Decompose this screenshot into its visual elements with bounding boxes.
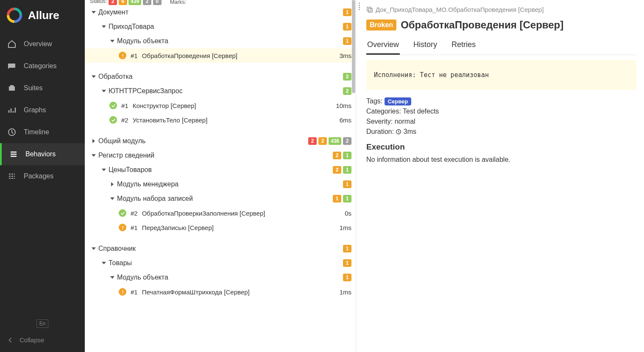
duration-value: 3ms	[404, 128, 416, 135]
chevron-down-icon	[91, 246, 97, 252]
test-row[interactable]: #1ПередЗаписью [Сервер]1ms	[85, 220, 356, 235]
tree-group[interactable]: Модуль набора записей11	[85, 191, 356, 206]
filter-bar: Status: 2 6 439 2 0 Marks:	[85, 0, 356, 5]
copy-icon[interactable]	[366, 6, 373, 13]
broken-icon	[119, 288, 126, 296]
test-row[interactable]: #1ОбработкаПроведения [Сервер]3ms	[85, 48, 356, 63]
tab-overview[interactable]: Overview	[366, 37, 400, 55]
nav-label: Packages	[24, 172, 53, 180]
tree-group[interactable]: Общий модуль224362	[85, 134, 356, 148]
chevron-down-icon	[109, 38, 115, 44]
test-label: ОбработкаПроведения [Сервер]	[142, 52, 336, 59]
broken-icon	[119, 52, 126, 59]
brand: Allure	[0, 0, 85, 33]
test-number: #2	[121, 116, 128, 124]
suites-icon	[8, 84, 16, 92]
tree-group[interactable]: Товары1	[85, 256, 356, 270]
test-tree: Документ1ПриходТовара1Модуль объекта1#1О…	[85, 5, 356, 352]
status-pill-passed[interactable]: 439	[128, 0, 141, 5]
count-pill: 2	[343, 73, 351, 80]
test-row[interactable]: #2УстановитьТело [Сервер]6ms	[85, 113, 356, 127]
packages-icon	[8, 172, 16, 180]
status-pill-unknown[interactable]: 0	[153, 0, 162, 5]
nav-item-behaviors[interactable]: Behaviors	[0, 143, 85, 165]
severity-line: Severity: normal	[366, 118, 636, 125]
count-pill: 2	[343, 87, 351, 95]
test-title: ОбработкаПроведения [Сервер]	[401, 19, 563, 31]
pass-icon	[119, 209, 126, 217]
test-row[interactable]: #1Конструктор [Сервер]10ms	[85, 98, 356, 113]
group-label: Документ	[98, 8, 340, 16]
nav-item-overview[interactable]: Overview	[0, 33, 85, 55]
tree-group[interactable]: ЮТHTTPСервисЗапрос2	[85, 84, 356, 98]
test-duration: 1ms	[340, 288, 351, 296]
tab-retries[interactable]: Retries	[451, 37, 477, 55]
tree-group[interactable]: Модуль объекта1	[85, 270, 356, 285]
group-label: Модуль объекта	[117, 37, 340, 45]
test-label: ОбработкаПроверкиЗаполнения [Сервер]	[142, 210, 341, 217]
language-selector[interactable]: En	[36, 319, 49, 328]
behaviors-icon	[9, 150, 18, 158]
tree-group[interactable]: Справочник1	[85, 241, 356, 256]
svg-point-5	[122, 57, 123, 58]
tree-scrollbar[interactable]	[351, 0, 355, 352]
brand-name: Allure	[28, 9, 59, 22]
nav-label: Suites	[24, 84, 42, 92]
duration-line: Duration: 3ms	[366, 128, 636, 136]
group-label: Модуль менеджера	[117, 180, 340, 188]
tree-pane: Status: 2 6 439 2 0 Marks: Документ1Прих…	[85, 0, 356, 352]
status-pill-broken[interactable]: 6	[119, 0, 127, 5]
tree-group[interactable]: Модуль менеджера1	[85, 177, 356, 191]
group-label: Общий модуль	[98, 137, 305, 145]
test-duration: 10ms	[336, 102, 351, 109]
tree-group[interactable]: ПриходТовара1	[85, 19, 356, 34]
tree-group[interactable]: Модуль объекта1	[85, 34, 356, 48]
tree-group[interactable]: Обработка2	[85, 69, 356, 84]
tag-chip[interactable]: Сервер	[385, 97, 412, 105]
tags-label: Tags:	[366, 97, 382, 105]
test-label: УстановитьТело [Сервер]	[133, 116, 336, 124]
execution-heading: Execution	[366, 142, 636, 152]
marks-label: Marks:	[170, 0, 187, 5]
status-pill-failed[interactable]: 2	[109, 0, 117, 5]
tree-group[interactable]: Документ1	[85, 5, 356, 19]
tab-history[interactable]: History	[413, 37, 438, 55]
group-label: ЮТHTTPСервисЗапрос	[109, 87, 340, 95]
collapse-sidebar-button[interactable]: Collapse	[0, 331, 85, 352]
group-label: ПриходТовара	[109, 23, 340, 30]
count-pill: 1	[343, 23, 351, 30]
pass-icon	[109, 116, 117, 124]
test-number: #1	[121, 102, 128, 109]
chevron-down-icon	[91, 74, 97, 80]
status-badge: Broken	[366, 19, 396, 30]
breadcrumb: Док_ПриходТовара_МО.ОбработкаПроведения …	[366, 4, 636, 17]
test-number: #1	[131, 52, 138, 59]
count-pill: 2	[333, 152, 341, 159]
svg-point-6	[122, 229, 123, 230]
pane-splitter[interactable]	[356, 0, 362, 352]
test-row[interactable]: #2ОбработкаПроверкиЗаполнения [Сервер]0s	[85, 206, 356, 220]
chevron-down-icon	[109, 196, 115, 202]
chevron-left-icon	[8, 337, 14, 343]
nav-item-graphs[interactable]: Graphs	[0, 99, 85, 121]
test-duration: 0s	[345, 210, 351, 217]
nav-item-categories[interactable]: Categories	[0, 55, 85, 77]
status-label: Status:	[90, 0, 107, 4]
svg-rect-1	[8, 64, 15, 68]
test-row[interactable]: #1ПечатнаяФормаШтрихкода [Сервер]1ms	[85, 285, 356, 299]
tree-group[interactable]: ЦеныТоваров21	[85, 163, 356, 177]
count-pill: 2	[308, 137, 317, 145]
test-duration: 6ms	[340, 116, 351, 124]
status-pill-skipped[interactable]: 2	[143, 0, 151, 5]
overview-icon	[8, 40, 16, 48]
nav-item-packages[interactable]: Packages	[0, 165, 85, 187]
nav-item-suites[interactable]: Suites	[0, 77, 85, 99]
tree-group[interactable]: Регистр сведений21	[85, 148, 356, 163]
svg-point-7	[122, 293, 123, 294]
count-pill: 1	[343, 180, 351, 188]
nav-item-timeline[interactable]: Timeline	[0, 121, 85, 143]
nav-label: Categories	[24, 62, 56, 70]
test-duration: 1ms	[340, 224, 351, 231]
group-label: Модуль объекта	[117, 274, 340, 281]
count-pill: 1	[343, 259, 351, 267]
